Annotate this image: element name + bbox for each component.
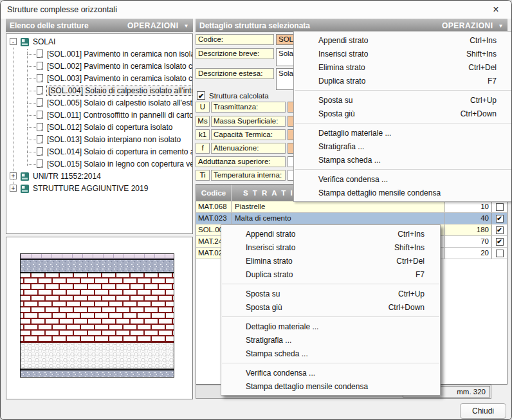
tree-leaf-item[interactable]: [SOL.003] Pavimento in ceramica isolato … <box>6 73 192 85</box>
menu-separator <box>295 169 511 170</box>
tree-leaf-item[interactable]: [SOL.004] Solaio di calpestio isolato al… <box>6 85 192 97</box>
menu-separator <box>295 90 511 91</box>
stratigraphy-section-drawing <box>20 253 174 378</box>
context-menu-item[interactable]: Duplica stratoF7 <box>221 268 440 281</box>
context-menu-item[interactable]: Appendi stratoCtrl+Ins <box>294 33 512 47</box>
tree-leaf-item[interactable]: [SOL.002] Pavimento in ceramica isolato … <box>6 60 192 73</box>
cell-codice: MAT.023 <box>196 213 232 224</box>
left-operations-menu[interactable]: OPERAZIONI ▼ <box>127 21 189 30</box>
param-symbol: U <box>196 102 210 113</box>
context-menu-item[interactable]: Elimina stratoCtrl+Del <box>221 254 440 268</box>
menu-item-shortcut: Ctrl+Ins <box>470 36 497 45</box>
param-label: Massa Superficiale: <box>211 116 286 127</box>
menu-item-shortcut: Ctrl+Del <box>468 63 497 72</box>
chevron-down-icon: ▼ <box>184 23 189 29</box>
tree-connector-line <box>27 49 28 166</box>
tree-leaf-item[interactable]: [SOL.015] Solaio in legno con copertura … <box>6 158 192 170</box>
context-menu-item[interactable]: Sposta giùCtrl+Down <box>294 107 512 120</box>
tree-leaf-item[interactable]: [SOL.014] Solaio di copertura in cemento… <box>6 146 192 158</box>
category-icon <box>21 172 29 181</box>
context-menu-item[interactable]: Inserisci stratoShift+Ins <box>294 47 512 60</box>
context-menu-item[interactable]: Duplica stratoF7 <box>294 74 512 87</box>
document-icon <box>37 50 43 58</box>
tree-item-label: [SOL.011] Controsoffitto in pannelli di … <box>47 111 193 120</box>
context-menu-item[interactable]: Verifica condensa ... <box>294 172 512 186</box>
tree-leaf-item[interactable]: [SOL.001] Pavimento in ceramica non isol… <box>6 48 192 60</box>
dialog-window: Strutture complesse orizzontali × Elenco… <box>0 0 512 420</box>
menu-item-label: Sposta su <box>318 96 352 105</box>
right-panel-header: Dettaglio struttura selezionata OPERAZIO… <box>196 19 507 32</box>
menu-item-label: Verifica condensa ... <box>318 175 388 184</box>
menu-item-shortcut: F7 <box>416 270 425 279</box>
context-menu-item[interactable]: Stampa scheda ... <box>294 153 512 167</box>
context-menu-item[interactable]: Elimina stratoCtrl+Del <box>294 60 512 74</box>
menu-item-shortcut: Shift+Ins <box>394 243 425 252</box>
context-menu-item[interactable]: Inserisci stratoShift+Ins <box>221 241 440 254</box>
context-menu-item[interactable]: Verifica condensa ... <box>221 366 440 379</box>
table-row[interactable]: MAT.023Malta di cemento40✔ <box>196 213 507 224</box>
menu-item-label: Stampa dettaglio mensile condensa <box>318 188 441 197</box>
layer-checkbox[interactable] <box>496 250 504 257</box>
tree-item-label: SOLAI <box>33 37 55 46</box>
menu-item-label: Inserisci strato <box>318 50 368 59</box>
tree-root-item[interactable]: -SOLAI <box>6 36 192 48</box>
context-menu-item[interactable]: Stratigrafia ... <box>294 140 512 153</box>
param-label: Trasmittanza: <box>211 102 286 113</box>
tree-root-item[interactable]: +UNI/TR 11552:2014 <box>6 170 192 183</box>
layer-checkbox[interactable]: ✔ <box>496 238 504 246</box>
tree-item-label: UNI/TR 11552:2014 <box>33 172 101 181</box>
menu-item-shortcut: Shift+Ins <box>466 50 497 59</box>
context-menu-item[interactable]: Stampa scheda ... <box>221 347 440 360</box>
param-label: Temperatura interna: <box>211 170 286 181</box>
tree-item-label: [SOL.012] Solaio di copertura isolato <box>47 123 172 132</box>
right-operations-menu[interactable]: OPERAZIONI ▼ <box>442 21 504 30</box>
collapse-icon[interactable]: - <box>10 38 17 45</box>
param-label: Attenuazione: <box>211 143 286 154</box>
cell-thickness: 10 <box>445 201 492 212</box>
menu-item-label: Stratigrafia ... <box>318 142 364 151</box>
context-menu-item[interactable]: Appendi stratoCtrl+Ins <box>221 227 440 241</box>
menu-item-label: Duplica strato <box>246 270 293 279</box>
context-menu-item[interactable]: Dettaglio materiale ... <box>221 320 440 333</box>
layer-context-menu: Appendi stratoCtrl+InsInserisci stratoSh… <box>221 224 441 396</box>
expand-icon[interactable]: + <box>10 172 17 179</box>
expand-icon[interactable]: + <box>10 185 17 192</box>
tree-item-label: [SOL.013] Solaio interpiano non isolato <box>47 135 181 144</box>
struttura-calcolata-checkbox[interactable]: ✔ <box>197 91 205 100</box>
context-menu-item[interactable]: Sposta suCtrl+Up <box>221 287 440 300</box>
chiudi-button[interactable]: Chiudi <box>460 403 506 419</box>
menu-item-label: Elimina strato <box>318 63 365 72</box>
cell-thickness: 20 <box>445 248 492 259</box>
close-icon[interactable]: × <box>486 3 506 17</box>
document-icon <box>37 86 43 95</box>
cell-thickness: 40 <box>445 213 492 224</box>
tree-item-label: [SOL.015] Solaio in legno con copertura … <box>47 160 193 169</box>
tree-leaf-item[interactable]: [SOL.011] Controsoffitto in pannelli di … <box>6 109 192 122</box>
tree-leaf-item[interactable]: [SOL.005] Solaio di calpestio isolato al… <box>6 97 192 109</box>
tree-root-item[interactable]: +STRUTTURE AGGIUNTIVE 2019 <box>6 183 192 195</box>
context-menu-item[interactable]: Sposta suCtrl+Up <box>294 93 512 107</box>
cell-material-name: Piastrelle <box>232 201 445 212</box>
right-panel-title: Dettaglio struttura selezionata <box>199 21 310 30</box>
menu-item-shortcut: Ctrl+Del <box>396 257 425 266</box>
document-icon <box>37 160 43 168</box>
layer-checkbox[interactable]: ✔ <box>496 215 504 223</box>
tree-item-label: [SOL.004] Solaio di calpestio isolato al… <box>47 86 193 95</box>
header-codice: Codice <box>196 185 232 201</box>
context-menu-item[interactable]: Sposta giùCtrl+Down <box>221 300 440 314</box>
dialog-title: Strutture complesse orizzontali <box>7 5 117 14</box>
layer-checkbox[interactable] <box>496 203 504 211</box>
context-menu-item[interactable]: Stratigrafia ... <box>221 333 440 347</box>
param-label: Capacità Termica: <box>211 129 286 140</box>
context-menu-item[interactable]: Stampa dettaglio mensile condensa <box>294 186 512 199</box>
tree-item-label: [SOL.005] Solaio di calpestio isolato al… <box>47 98 193 107</box>
menu-item-shortcut: Ctrl+Up <box>398 289 425 298</box>
tree-leaf-item[interactable]: [SOL.013] Solaio interpiano non isolato <box>6 134 192 146</box>
tree-leaf-item[interactable]: [SOL.012] Solaio di copertura isolato <box>6 122 192 134</box>
table-row[interactable]: MAT.068Piastrelle10 <box>196 201 507 213</box>
context-menu-item[interactable]: Stampa dettaglio mensile condensa <box>221 379 440 393</box>
context-menu-item[interactable]: Dettaglio materiale ... <box>294 126 512 140</box>
left-operations-label: OPERAZIONI <box>127 21 179 30</box>
layer-checkbox[interactable]: ✔ <box>496 226 504 234</box>
left-panel-title: Elenco delle strutture <box>10 21 89 30</box>
